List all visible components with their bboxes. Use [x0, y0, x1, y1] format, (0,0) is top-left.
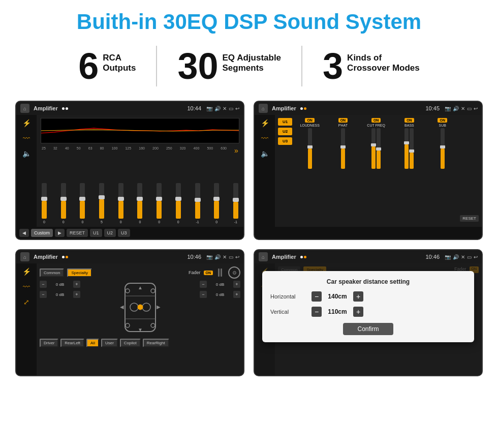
- amplifier-title-4: Amplifier: [272, 254, 296, 260]
- preset-u1[interactable]: U1: [278, 118, 292, 126]
- back-icon[interactable]: ↩: [235, 106, 239, 111]
- eq-slider-4: 0: [118, 183, 123, 224]
- confirm-button[interactable]: Confirm: [343, 323, 393, 335]
- svg-text:▶: ▶: [157, 304, 161, 310]
- tab-common[interactable]: Common: [40, 268, 64, 277]
- btn-driver[interactable]: Driver: [40, 339, 58, 347]
- amp2-main: U1 U2 U3 ON LOUDNESS: [275, 115, 482, 227]
- fader-left1-plus[interactable]: +: [73, 281, 80, 288]
- btn-user[interactable]: User: [101, 339, 118, 347]
- fader-left1-minus[interactable]: −: [40, 281, 47, 288]
- bass-on[interactable]: ON: [404, 118, 414, 123]
- stat-eq: 30 EQ Adjustable Segments: [157, 48, 301, 84]
- fader-on-btn[interactable]: ON: [204, 271, 213, 275]
- eq-slider-3: 5: [99, 183, 104, 224]
- eq-u1-btn[interactable]: U1: [90, 229, 102, 237]
- reset-area: RESET: [460, 118, 479, 224]
- tab-specialty[interactable]: Specialty: [67, 268, 91, 277]
- status-dots-4: [300, 256, 306, 258]
- wave-icon[interactable]: 〰: [23, 134, 30, 142]
- channel-bass: ON BASS: [394, 118, 425, 224]
- eq-sliders: 0 0: [41, 157, 239, 224]
- speaker-icon-2[interactable]: 🔈: [261, 150, 269, 158]
- amplifier-title-3: Amplifier: [34, 254, 58, 260]
- fader-top: Common Specialty Fader ON ⚙: [40, 266, 240, 279]
- fader-right2-minus[interactable]: −: [200, 291, 207, 298]
- eq-slider-6: 0: [157, 183, 162, 224]
- eq-graph: [41, 118, 239, 143]
- wave-icon-3[interactable]: 〰: [23, 283, 30, 291]
- btn-rearright[interactable]: RearRight: [143, 339, 169, 347]
- home-icon-3[interactable]: ⌂: [20, 252, 29, 261]
- sub-slider: [441, 128, 445, 169]
- back-icon-2[interactable]: ↩: [474, 106, 478, 111]
- fader-left: − 0 dB + − 0 dB +: [40, 281, 80, 337]
- status-time-2: 10:45: [425, 105, 440, 111]
- dot-white2: [66, 107, 68, 110]
- status-bar-2: ⌂ Amplifier 10:45 📷 🔊 ✕ ▭ ↩: [255, 102, 482, 115]
- volume-icon-3: 🔊: [214, 254, 221, 260]
- status-icons-3: 📷 🔊 ✕ ▭ ↩: [206, 254, 239, 260]
- status-bar-4: ⌂ Amplifier 10:46 📷 🔊 ✕ ▭ ↩: [255, 250, 482, 263]
- phat-label: PHAT: [338, 124, 348, 127]
- eq-u2-btn[interactable]: U2: [104, 229, 116, 237]
- btn-all[interactable]: All: [86, 339, 99, 347]
- home-icon[interactable]: ⌂: [20, 104, 29, 113]
- vertical-minus[interactable]: −: [312, 307, 322, 317]
- channel-phat: ON PHAT: [327, 118, 358, 224]
- expand-icon-3[interactable]: ⤢: [23, 298, 29, 306]
- horizontal-minus[interactable]: −: [312, 291, 322, 302]
- eq-play-btn[interactable]: ▶: [55, 229, 65, 237]
- fader-right1-minus[interactable]: −: [200, 281, 207, 288]
- channel-sub: ON SUB: [427, 118, 458, 224]
- cutfreq-on[interactable]: ON: [371, 118, 381, 123]
- side-icons-2: ⚡ 〰 🔈: [255, 115, 275, 227]
- loudness-label: LOUDNESS: [300, 124, 320, 127]
- eq-icon-3[interactable]: ⚡: [22, 267, 31, 276]
- fader-right2-plus[interactable]: +: [233, 291, 240, 298]
- preset-u2[interactable]: U2: [278, 128, 292, 135]
- dot-y1: [304, 107, 306, 110]
- battery-icon-2: ▭: [467, 106, 472, 111]
- phat-on[interactable]: ON: [338, 118, 348, 123]
- screen-content-1: ⚡ 〰 🔈 25 32: [16, 115, 243, 227]
- fader-row-right-2: − 0 dB +: [200, 291, 240, 298]
- amp2-reset-btn[interactable]: RESET: [460, 215, 479, 222]
- eq-custom-btn[interactable]: Custom: [31, 229, 53, 237]
- horizontal-label: Horizontal: [270, 293, 308, 300]
- fader-row-right-1: − 0 dB +: [200, 281, 240, 288]
- stat-rca: 6 RCA Outputs: [58, 48, 156, 84]
- back-icon-3[interactable]: ↩: [235, 254, 239, 260]
- eq-slider-1: 0: [61, 183, 66, 224]
- sub-on[interactable]: ON: [438, 118, 447, 123]
- stat-text-rca: RCA Outputs: [103, 48, 136, 73]
- eq-forward-arrows[interactable]: »: [234, 146, 238, 155]
- home-icon-2[interactable]: ⌂: [259, 104, 268, 113]
- eq-icon[interactable]: ⚡: [22, 119, 31, 127]
- eq-icon-2[interactable]: ⚡: [261, 119, 269, 127]
- preset-u3[interactable]: U3: [278, 137, 292, 145]
- btn-copilot[interactable]: Copilot: [120, 339, 141, 347]
- vertical-plus[interactable]: +: [353, 307, 363, 317]
- horizontal-plus[interactable]: +: [353, 291, 363, 302]
- fader-right1-plus[interactable]: +: [233, 281, 240, 288]
- status-time-3: 10:46: [187, 254, 201, 260]
- eq-reset-btn[interactable]: RESET: [67, 229, 88, 237]
- dot-y4: [304, 256, 306, 258]
- home-icon-4[interactable]: ⌂: [259, 252, 268, 261]
- speaker-icon[interactable]: 🔈: [22, 150, 31, 158]
- sub-label: SUB: [439, 124, 446, 127]
- camera-icon-4: 📷: [445, 254, 451, 260]
- stat-number-6: 6: [78, 48, 99, 84]
- stat-number-3: 3: [323, 48, 343, 84]
- x-icon-3: ✕: [223, 254, 227, 260]
- eq-u3-btn[interactable]: U3: [118, 229, 130, 237]
- back-icon-4[interactable]: ↩: [474, 254, 478, 260]
- loudness-on[interactable]: ON: [305, 118, 315, 123]
- settings-icon[interactable]: ⚙: [228, 266, 240, 279]
- eq-prev-btn[interactable]: ◀: [19, 229, 29, 237]
- fader-left2-plus[interactable]: +: [73, 291, 80, 298]
- fader-left2-minus[interactable]: −: [40, 291, 47, 298]
- btn-rearleft[interactable]: RearLeft: [60, 339, 84, 347]
- wave-icon-2[interactable]: 〰: [261, 134, 268, 142]
